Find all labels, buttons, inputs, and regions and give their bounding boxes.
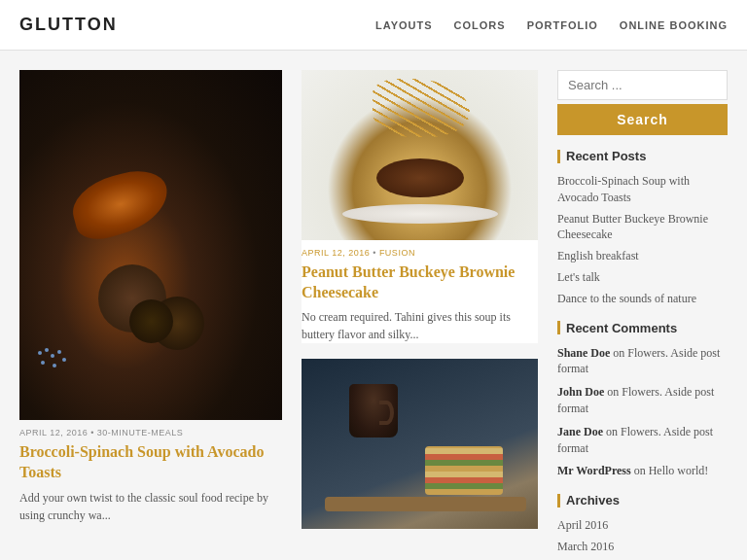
flower-dot <box>45 348 49 352</box>
posts-column: APRIL 12, 2016 • FUSION Peanut Butter Bu… <box>302 70 538 560</box>
featured-post-title[interactable]: Broccoli-Spinach Soup with Avocado Toast… <box>19 442 282 483</box>
post-1-meta: APRIL 12, 2016 • FUSION <box>302 248 538 258</box>
comment-4: Mr WordPress on Hello world! <box>557 463 728 479</box>
comment-1: Shane Doe on Flowers. Aside post format <box>557 345 728 378</box>
sandwich <box>425 446 503 495</box>
flower-dot <box>38 351 42 355</box>
food-decoration-4 <box>129 299 173 343</box>
post-card-2 <box>302 359 538 529</box>
site-header: GLUTTON LAYOUTS COLORS PORTFOLIO ONLINE … <box>0 0 747 51</box>
recent-posts-section: Recent Posts Broccoli-Spinach Soup with … <box>557 149 728 307</box>
archive-2[interactable]: March 2016 <box>557 539 728 555</box>
burger-patty <box>376 158 464 197</box>
main-nav: LAYOUTS COLORS PORTFOLIO ONLINE BOOKING <box>375 19 728 31</box>
post-card-1: APRIL 12, 2016 • FUSION Peanut Butter Bu… <box>302 70 538 343</box>
post-1-excerpt: No cream required. Tahini gives this sou… <box>302 308 538 343</box>
nav-layouts[interactable]: LAYOUTS <box>375 19 433 31</box>
comment-2: John Doe on Flowers. Aside post format <box>557 384 728 417</box>
comment-1-author[interactable]: Shane Doe <box>557 346 610 360</box>
recent-posts-heading: Recent Posts <box>557 149 728 163</box>
flower-decoration <box>33 346 91 385</box>
burger-noodles <box>373 79 470 137</box>
recent-comments-section: Recent Comments Shane Doe on Flowers. As… <box>557 321 728 480</box>
comment-4-author[interactable]: Mr WordPress <box>557 464 631 477</box>
flower-dot <box>51 354 54 358</box>
cutting-board <box>325 497 526 511</box>
flower-dot <box>57 350 61 354</box>
recent-post-5[interactable]: Dance to the sounds of nature <box>557 291 728 307</box>
flower-dot <box>53 364 56 368</box>
recent-post-1[interactable]: Broccoli-Spinach Soup with Avocado Toast… <box>557 173 728 206</box>
post-1-category: FUSION <box>379 248 415 258</box>
comment-3: Jane Doe on Flowers. Aside post format <box>557 424 728 457</box>
recent-comments-heading: Recent Comments <box>557 321 728 335</box>
featured-post-excerpt: Add your own twist to the classic soul f… <box>19 489 282 524</box>
sidebar: Search Recent Posts Broccoli-Spinach Sou… <box>557 70 728 560</box>
recent-post-3[interactable]: English breakfast <box>557 248 728 264</box>
comment-4-post[interactable]: Hello world! <box>649 464 709 477</box>
plate <box>342 204 498 224</box>
site-logo: GLUTTON <box>19 15 118 35</box>
post-1-title[interactable]: Peanut Butter Buckeye Brownie Cheesecake <box>302 262 538 303</box>
food-decoration-1 <box>66 163 175 245</box>
featured-post-meta: APRIL 12, 2016 • 30-MINUTE-MEALS <box>19 428 282 438</box>
heading-bar-3 <box>557 494 560 508</box>
coffee-image-bg <box>302 359 538 529</box>
nav-online-booking[interactable]: ONLINE BOOKING <box>620 19 728 31</box>
main-container: APRIL 12, 2016 • 30-MINUTE-MEALS Broccol… <box>0 51 747 560</box>
nav-portfolio[interactable]: PORTFOLIO <box>527 19 598 31</box>
featured-post-column: APRIL 12, 2016 • 30-MINUTE-MEALS Broccol… <box>19 70 282 560</box>
search-input[interactable] <box>557 70 728 100</box>
search-box: Search <box>557 70 728 135</box>
post-1-date: APRIL 12, 2016 <box>302 248 370 258</box>
archives-heading: Archives <box>557 493 728 508</box>
featured-image-bg <box>19 70 282 420</box>
post-1-image <box>302 70 538 240</box>
comment-2-author[interactable]: John Doe <box>557 385 604 399</box>
heading-bar <box>557 150 560 163</box>
comment-3-author[interactable]: Jane Doe <box>557 425 603 438</box>
flower-dot <box>41 361 45 365</box>
heading-bar-2 <box>557 321 560 334</box>
featured-post-image <box>19 70 282 420</box>
recent-post-4[interactable]: Let's talk <box>557 269 728 286</box>
archives-section: Archives April 2016 March 2016 <box>557 493 728 555</box>
post-2-image <box>302 359 538 529</box>
archive-1[interactable]: April 2016 <box>557 517 728 534</box>
burger-image-bg <box>302 70 538 240</box>
nav-colors[interactable]: COLORS <box>454 19 506 31</box>
recent-post-2[interactable]: Peanut Butter Buckeye Brownie Cheesecake <box>557 211 728 244</box>
flower-dot <box>62 358 66 362</box>
search-button[interactable]: Search <box>557 104 728 135</box>
